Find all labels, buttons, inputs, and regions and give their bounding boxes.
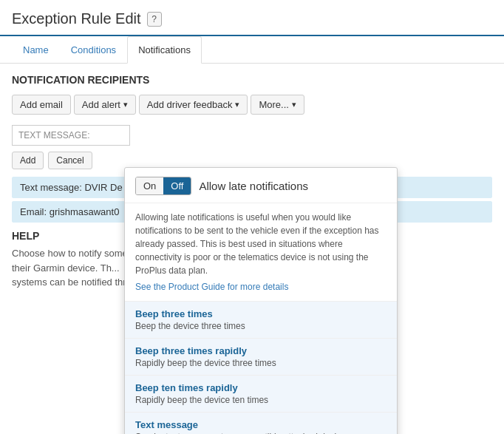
popup-item-text-message[interactable]: Text message Send a text message to a co…: [125, 413, 397, 434]
add-email-button[interactable]: Add email: [12, 95, 71, 115]
tab-conditions[interactable]: Conditions: [60, 36, 127, 64]
toggle-on-button[interactable]: On: [136, 177, 163, 194]
text-message-label: TEXT MESSAGE:: [12, 125, 130, 146]
cancel-button[interactable]: Cancel: [48, 152, 92, 169]
add-alert-button[interactable]: Add alert: [74, 95, 136, 115]
product-guide-link[interactable]: See the Product Guide for more details: [135, 280, 288, 294]
popup-title: Allow late notifications: [199, 180, 308, 192]
tabs-bar: Name Conditions Notifications: [0, 36, 504, 64]
page-header: Exception Rule Edit ?: [0, 0, 504, 36]
help-button[interactable]: ?: [147, 12, 162, 27]
add-driver-feedback-button[interactable]: Add driver feedback: [139, 95, 248, 115]
toolbar: Add email Add alert Add driver feedback …: [12, 95, 492, 115]
popup-item-beep-three[interactable]: Beep three times Beep the device three t…: [125, 302, 397, 339]
tab-name[interactable]: Name: [12, 36, 60, 64]
toggle-group: On Off: [135, 177, 191, 195]
main-content: NOTIFICATION RECIPIENTS Add email Add al…: [0, 64, 504, 300]
section-title: NOTIFICATION RECIPIENTS: [12, 74, 492, 86]
toggle-row: On Off Allow late notifications: [125, 168, 397, 203]
add-button[interactable]: Add: [12, 152, 44, 169]
late-notifications-popup: On Off Allow late notifications Allowing…: [124, 167, 398, 434]
popup-item-beep-ten-rapidly[interactable]: Beep ten times rapidly Rapidly beep the …: [125, 376, 397, 413]
toggle-off-button[interactable]: Off: [163, 177, 191, 194]
popup-description: Allowing late notifications is useful wh…: [125, 203, 397, 302]
tab-notifications[interactable]: Notifications: [127, 36, 202, 64]
more-button[interactable]: More...: [251, 95, 304, 115]
popup-item-beep-three-rapidly[interactable]: Beep three times rapidly Rapidly beep th…: [125, 339, 397, 376]
page-title: Exception Rule Edit: [12, 10, 141, 27]
